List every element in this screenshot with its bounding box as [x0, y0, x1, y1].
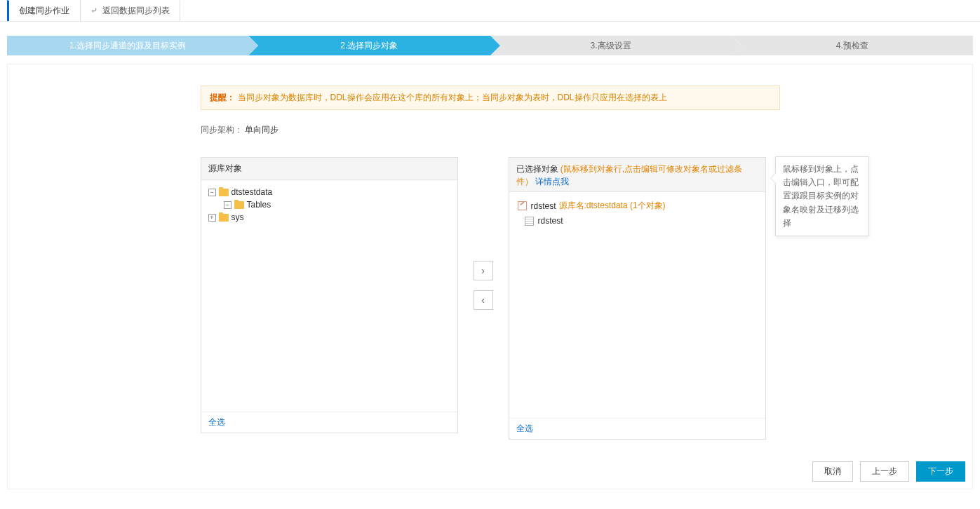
selected-panel-header: 已选择对象 (鼠标移到对象行,点击编辑可修改对象名或过滤条件） 详情点我	[509, 158, 765, 192]
alert-label: 提醒：	[210, 92, 235, 104]
alert-text: 当同步对象为数据库时，DDL操作会应用在这个库的所有对象上；当同步对象为表时，D…	[238, 92, 667, 104]
selected-select-all-link[interactable]: 全选	[516, 423, 533, 433]
folder-icon	[219, 214, 229, 222]
tree-db-dtstestdata[interactable]: − dtstestdata	[206, 186, 453, 198]
footer-bar: 取消 上一步 下一步	[812, 461, 965, 482]
move-left-button[interactable]: ‹	[474, 290, 493, 310]
architecture-value: 单向同步	[245, 125, 278, 135]
selected-title: 已选择对象	[516, 164, 558, 174]
selected-objects-panel: 已选择对象 (鼠标移到对象行,点击编辑可修改对象名或过滤条件） 详情点我 rds…	[509, 157, 766, 440]
back-to-list-button[interactable]: ⤶ 返回数据同步列表	[80, 0, 180, 21]
collapse-icon[interactable]: −	[224, 201, 231, 209]
back-arrow-icon: ⤶	[90, 6, 98, 15]
top-bar: 创建同步作业 ⤶ 返回数据同步列表	[0, 0, 980, 22]
folder-icon	[234, 201, 244, 209]
steps-bar: 1.选择同步通道的源及目标实例 2.选择同步对象 3.高级设置 4.预检查	[7, 36, 973, 55]
selected-item-name: rdstest	[531, 201, 556, 211]
tree-db-label: dtstestdata	[231, 187, 273, 197]
content-area: 提醒： 当同步对象为数据库时，DDL操作会应用在这个库的所有对象上；当同步对象为…	[7, 64, 973, 489]
move-right-button[interactable]: ›	[474, 261, 493, 280]
step-1: 1.选择同步通道的源及目标实例	[7, 36, 248, 55]
expand-icon[interactable]: +	[208, 214, 216, 222]
next-button[interactable]: 下一步	[916, 461, 965, 482]
folder-icon	[219, 189, 229, 196]
selected-item-name: rdstest	[538, 216, 563, 226]
step-2: 2.选择同步对象	[248, 36, 490, 55]
alert-banner: 提醒： 当同步对象为数据库时，DDL操作会应用在这个库的所有对象上；当同步对象为…	[201, 86, 780, 110]
source-panel-header: 源库对象	[201, 158, 457, 180]
chevron-left-icon: ‹	[481, 294, 485, 306]
tooltip-help: 鼠标移到对象上，点击编辑入口，即可配置源跟目标实例的对象名映射及迁移列选择	[775, 156, 869, 236]
selected-item-source-tag: 源库名:dtstestdata (1个对象)	[559, 200, 666, 212]
tree-db-sys[interactable]: + sys	[206, 211, 453, 224]
step-4: 4.预检查	[732, 36, 973, 55]
tree-tables-label: Tables	[247, 200, 271, 210]
cancel-button[interactable]: 取消	[812, 461, 853, 482]
source-objects-panel: 源库对象 − dtstestdata − Tables	[201, 157, 458, 433]
table-icon	[525, 217, 534, 226]
selected-list: rdstest 源库名:dtstestdata (1个对象) rdstest	[509, 192, 765, 418]
step-3: 3.高级设置	[490, 36, 732, 55]
selected-item-db[interactable]: rdstest 源库名:dtstestdata (1个对象)	[514, 198, 761, 214]
back-label: 返回数据同步列表	[102, 6, 170, 15]
tab-create-sync-job: 创建同步作业	[7, 0, 80, 21]
prev-button[interactable]: 上一步	[860, 461, 909, 482]
source-tree: − dtstestdata − Tables +	[201, 180, 457, 412]
transfer-buttons: › ‹	[474, 261, 493, 310]
tree-sys-label: sys	[231, 212, 244, 222]
selected-item-table[interactable]: rdstest	[514, 214, 761, 228]
edit-icon	[518, 201, 527, 210]
details-link[interactable]: 详情点我	[535, 177, 569, 186]
collapse-icon[interactable]: −	[208, 189, 216, 196]
chevron-right-icon: ›	[481, 265, 485, 276]
tree-tables-node[interactable]: − Tables	[221, 198, 453, 211]
sync-architecture-row: 同步架构： 单向同步	[201, 124, 780, 136]
source-select-all-link[interactable]: 全选	[208, 417, 225, 427]
architecture-label: 同步架构：	[201, 125, 243, 135]
